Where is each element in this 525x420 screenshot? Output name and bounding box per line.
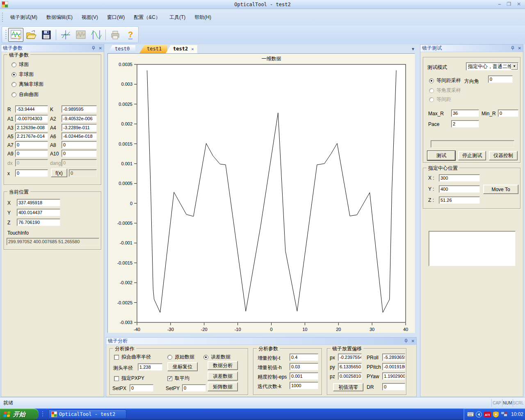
- probe-radius-input[interactable]: 1.238: [138, 363, 162, 371]
- param-input-A9[interactable]: 0: [15, 150, 48, 157]
- clear-initial-button[interactable]: 初值清零: [333, 383, 363, 391]
- py-input[interactable]: 6.1335650: [338, 363, 362, 370]
- param-input-A1[interactable]: -0.00704303: [15, 115, 48, 122]
- pos-z-field[interactable]: 76.706190: [17, 219, 60, 226]
- update-shield-icon[interactable]: [493, 411, 499, 418]
- restore-button[interactable]: ❐: [507, 1, 511, 7]
- radio-freeform[interactable]: 自由曲面: [11, 91, 39, 98]
- param-input-A6[interactable]: -6.02445e-018: [62, 132, 97, 140]
- menu-mirror-test[interactable]: 镜子测试(M): [6, 12, 42, 23]
- panel-close-icon[interactable]: ✕: [99, 46, 102, 50]
- center-x-input[interactable]: 300: [439, 174, 480, 182]
- test-log-listbox[interactable]: [429, 231, 516, 266]
- keyboard-icon[interactable]: [467, 412, 474, 417]
- help-button[interactable]: ?: [123, 28, 138, 42]
- data-analyze-button[interactable]: 数据分析: [208, 361, 238, 370]
- param-input-A2[interactable]: -9.40532e-006: [62, 115, 97, 122]
- menu-view[interactable]: 视图(V): [77, 12, 103, 23]
- param-input-R[interactable]: -53.9444: [15, 105, 48, 113]
- pz-input[interactable]: 0.0025810: [338, 372, 362, 380]
- error-data-button[interactable]: 误差数据: [208, 372, 238, 381]
- tab-close-icon[interactable]: ✕: [191, 46, 194, 52]
- task-button-opticaltool[interactable]: OpticalTool - test2: [48, 410, 126, 419]
- clock[interactable]: 10:02: [511, 411, 523, 417]
- language-bar-icon[interactable]: [476, 411, 482, 418]
- pin-icon[interactable]: [91, 46, 96, 50]
- dropdown-arrow-icon[interactable]: ▼: [511, 63, 518, 70]
- setpy-input[interactable]: 0: [182, 384, 206, 392]
- print-button-disabled[interactable]: [107, 28, 123, 42]
- network-disconnected-icon[interactable]: [501, 411, 507, 417]
- axis-curve-button[interactable]: [58, 28, 73, 42]
- pace-input[interactable]: 2: [451, 120, 479, 128]
- sine-wave-icon: [91, 30, 102, 40]
- radio-offaxis-asphere[interactable]: 离轴非球面: [11, 81, 43, 88]
- tab-test1[interactable]: test1: [139, 45, 167, 53]
- wave-query-button[interactable]: ?: [8, 28, 23, 42]
- move-to-button[interactable]: Move To: [483, 185, 518, 194]
- param-input-A4[interactable]: -3.2289e-011: [62, 124, 97, 131]
- direction-angle-input[interactable]: 0: [488, 75, 513, 83]
- fx-button[interactable]: f(x): [51, 169, 67, 177]
- coord-reset-button[interactable]: 坐标复位: [167, 362, 198, 371]
- panel-close-icon[interactable]: ✕: [518, 46, 521, 50]
- menu-config[interactable]: 配置（&C）: [129, 12, 165, 23]
- test-button[interactable]: 测试: [427, 151, 455, 160]
- maxr-label: Max_R: [428, 111, 444, 116]
- tab-test2-active[interactable]: test2✕: [166, 45, 197, 53]
- pyaw-input[interactable]: 1.1902900: [382, 372, 405, 380]
- save-button[interactable]: [39, 28, 54, 42]
- pos-y-field[interactable]: 400.014437: [17, 209, 60, 216]
- stop-test-button[interactable]: 停止测试: [458, 151, 486, 160]
- param-eps-input[interactable]: 0.001: [290, 372, 318, 380]
- center-z-input[interactable]: 51.26: [439, 196, 480, 204]
- center-y-input[interactable]: 400: [439, 185, 480, 193]
- radio-equidistant-sampling[interactable]: 等间距采样: [429, 77, 461, 84]
- x-input[interactable]: 0: [15, 169, 48, 177]
- sine-wave-button[interactable]: [89, 28, 104, 42]
- param-input-A5[interactable]: 2.21767e-014: [15, 132, 48, 140]
- minimize-button[interactable]: –: [498, 1, 501, 7]
- instrument-control-button[interactable]: 仪器控制: [489, 151, 518, 160]
- param-input-A3[interactable]: 2.12639e-008: [15, 124, 48, 131]
- menu-tools[interactable]: 工具(T): [165, 12, 190, 23]
- test-mode-dropdown[interactable]: 指定中心，普通二维▼: [466, 62, 518, 71]
- set-pxpy-checkbox[interactable]: 指定PXPY: [114, 375, 144, 382]
- px-input[interactable]: -0.2397554: [338, 354, 362, 361]
- dr-input[interactable]: 0: [382, 383, 405, 390]
- menu-window[interactable]: 窗口(W): [103, 12, 129, 23]
- ppitch-input[interactable]: -0.0019180: [382, 363, 405, 370]
- pin-icon[interactable]: [404, 339, 408, 343]
- tab-dropdown-icon[interactable]: ▼: [411, 47, 415, 51]
- fit-radius-checkbox[interactable]: 拟合曲率半径: [114, 354, 151, 361]
- menu-data-edit[interactable]: 数据编辑(E): [42, 12, 77, 23]
- radio-error-data[interactable]: 误差数据: [203, 354, 231, 361]
- chart-view-button-disabled[interactable]: [73, 28, 89, 42]
- maxr-input[interactable]: 36: [451, 110, 479, 117]
- minr-input[interactable]: 0: [498, 110, 518, 117]
- open-file-button[interactable]: [23, 28, 39, 42]
- param-t-input[interactable]: 0.4: [290, 354, 318, 361]
- average-checkbox[interactable]: 取平均: [167, 375, 189, 382]
- matrix-data-button[interactable]: 矩阵数据: [208, 382, 238, 391]
- pos-x-field[interactable]: 337.495918: [17, 199, 60, 206]
- close-button[interactable]: ✕: [517, 1, 521, 7]
- radio-sphere[interactable]: 球面: [11, 61, 29, 68]
- param-input-A8[interactable]: 0: [62, 141, 97, 148]
- proll-input[interactable]: -5.2893659: [382, 354, 405, 361]
- radio-asphere[interactable]: 非球面: [11, 71, 34, 78]
- radio-raw-data[interactable]: 原始数据: [167, 354, 194, 361]
- menu-help[interactable]: 帮助(H): [190, 12, 216, 23]
- ati-tray-icon[interactable]: ATI: [484, 412, 491, 417]
- param-k-input[interactable]: 1000: [290, 382, 318, 389]
- pin-icon[interactable]: [511, 46, 515, 50]
- param-input-A7[interactable]: 0: [15, 141, 48, 148]
- setpx-input[interactable]: 0: [130, 384, 153, 392]
- panel-close-icon[interactable]: ✕: [411, 339, 415, 343]
- param-input-A10[interactable]: 0: [62, 150, 97, 157]
- start-button[interactable]: 开始: [0, 409, 39, 420]
- param-h-input[interactable]: 0.03: [290, 363, 318, 370]
- tab-test0[interactable]: test0: [107, 45, 135, 53]
- pace-label: Pace: [428, 121, 439, 127]
- param-input-K[interactable]: -0.989595: [62, 105, 97, 113]
